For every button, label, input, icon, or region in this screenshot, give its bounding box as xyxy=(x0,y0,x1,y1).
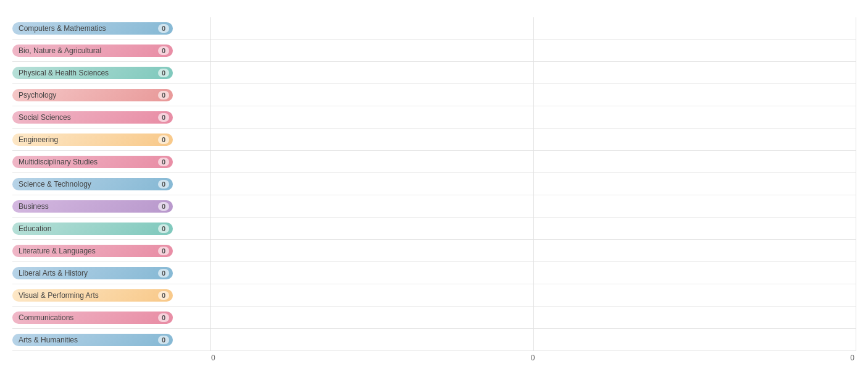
bar-label: Arts & Humanities xyxy=(19,336,153,344)
bar-value: 0 xyxy=(158,291,169,300)
bar-row: Science & Technology0 xyxy=(12,173,210,195)
x-tick: 0 xyxy=(211,354,215,362)
bar-row: Visual & Performing Arts0 xyxy=(12,284,210,307)
bar-value: 0 xyxy=(158,336,169,344)
bar-pill: Visual & Performing Arts0 xyxy=(12,289,173,302)
bar-row: Bio, Nature & Agricultural0 xyxy=(12,40,210,62)
x-tick: 0 xyxy=(850,354,854,362)
grid-section xyxy=(210,17,856,351)
grid-row xyxy=(211,307,856,329)
bar-pill: Physical & Health Sciences0 xyxy=(12,67,173,79)
bar-pill: Computers & Mathematics0 xyxy=(12,22,173,35)
bar-pill: Multidisciplinary Studies0 xyxy=(12,156,173,168)
bar-row: Liberal Arts & History0 xyxy=(12,262,210,284)
bar-value: 0 xyxy=(158,91,169,100)
bar-pill: Psychology0 xyxy=(12,89,173,101)
grid-row xyxy=(211,17,856,40)
grid-row xyxy=(211,84,856,106)
bar-row: Engineering0 xyxy=(12,129,210,151)
grid-row xyxy=(211,329,856,351)
bar-row: Education0 xyxy=(12,218,210,240)
bar-pill: Science & Technology0 xyxy=(12,178,173,190)
bar-pill: Education0 xyxy=(12,223,173,235)
bar-value: 0 xyxy=(158,113,169,122)
bar-label: Multidisciplinary Studies xyxy=(19,158,153,166)
bar-value: 0 xyxy=(158,180,169,189)
x-axis-left xyxy=(12,354,210,362)
bar-pill: Literature & Languages0 xyxy=(12,245,173,257)
bar-pill: Arts & Humanities0 xyxy=(12,334,173,346)
bar-value: 0 xyxy=(158,24,169,33)
bar-row: Physical & Health Sciences0 xyxy=(12,62,210,84)
bar-row: Business0 xyxy=(12,195,210,218)
bar-row: Psychology0 xyxy=(12,84,210,106)
bar-label: Liberal Arts & History xyxy=(19,269,153,278)
bar-label: Bio, Nature & Agricultural xyxy=(19,46,153,55)
bar-label: Psychology xyxy=(19,91,153,100)
grid-row xyxy=(211,218,856,240)
bar-label: Communications xyxy=(19,313,153,322)
grid-row xyxy=(211,195,856,218)
chart-area: Computers & Mathematics0Bio, Nature & Ag… xyxy=(12,17,856,351)
bar-label: Business xyxy=(19,202,153,211)
bar-label: Computers & Mathematics xyxy=(19,24,153,33)
bar-value: 0 xyxy=(158,269,169,278)
bar-value: 0 xyxy=(158,202,169,211)
bar-label: Literature & Languages xyxy=(19,247,153,255)
bar-pill: Business0 xyxy=(12,200,173,213)
grid-row xyxy=(211,40,856,62)
bar-value: 0 xyxy=(158,158,169,166)
x-axis: 000 xyxy=(12,354,856,362)
bar-pill: Communications0 xyxy=(12,312,173,324)
bar-pill: Engineering0 xyxy=(12,134,173,146)
bars-section: Computers & Mathematics0Bio, Nature & Ag… xyxy=(12,17,210,351)
bar-label: Education xyxy=(19,224,153,233)
grid-line-2 xyxy=(856,17,856,351)
grid-row xyxy=(211,129,856,151)
bar-label: Physical & Health Sciences xyxy=(19,69,153,77)
bar-row: Literature & Languages0 xyxy=(12,240,210,262)
bar-value: 0 xyxy=(158,46,169,55)
x-tick: 0 xyxy=(531,354,535,362)
bar-row: Social Sciences0 xyxy=(12,106,210,129)
chart-container: Computers & Mathematics0Bio, Nature & Ag… xyxy=(0,0,868,381)
bar-value: 0 xyxy=(158,247,169,255)
bar-value: 0 xyxy=(158,69,169,77)
bar-value: 0 xyxy=(158,313,169,322)
bar-row: Communications0 xyxy=(12,307,210,329)
bar-row: Computers & Mathematics0 xyxy=(12,17,210,40)
grid-row xyxy=(211,106,856,129)
grid-row xyxy=(211,173,856,195)
bar-row: Multidisciplinary Studies0 xyxy=(12,151,210,173)
bar-pill: Social Sciences0 xyxy=(12,111,173,124)
bar-value: 0 xyxy=(158,135,169,144)
bar-value: 0 xyxy=(158,224,169,233)
grid-row xyxy=(211,62,856,84)
bar-pill: Bio, Nature & Agricultural0 xyxy=(12,45,173,57)
bar-label: Science & Technology xyxy=(19,180,153,189)
bar-label: Visual & Performing Arts xyxy=(19,291,153,300)
bar-label: Engineering xyxy=(19,135,153,144)
grid-row xyxy=(211,262,856,284)
grid-row xyxy=(211,284,856,307)
bar-row: Arts & Humanities0 xyxy=(12,329,210,351)
bar-label: Social Sciences xyxy=(19,113,153,122)
grid-row xyxy=(211,240,856,262)
grid-row xyxy=(211,151,856,173)
bar-pill: Liberal Arts & History0 xyxy=(12,267,173,279)
x-axis-right: 000 xyxy=(210,354,856,362)
